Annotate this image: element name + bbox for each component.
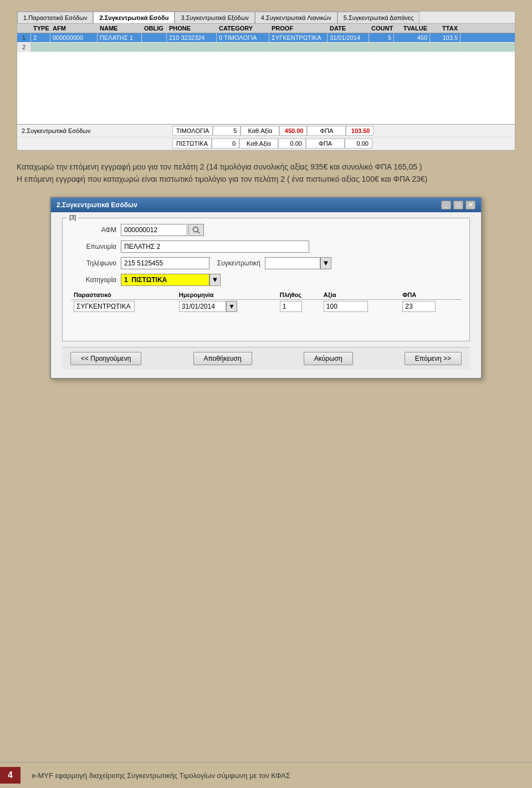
titlebar-buttons: _ □ ✕	[441, 201, 475, 209]
cell-afm: 000000000	[50, 33, 98, 42]
summary-tax-2: 0.00	[345, 139, 372, 149]
cell-tvalue: 450	[394, 33, 430, 42]
summary-row-1: 2.Συγκεντρωτικά Εσόδων ΤΙΜΟΛΟΓΙΑ 5 Καθ.Α…	[17, 125, 515, 137]
cell-proof: ΣΥΓΚΕΝΤΡΩΤΙΚΑ	[269, 33, 328, 42]
summary-label2-2: Καθ.Αξία	[239, 139, 278, 149]
form-section: [3] ΑΦΜ Επωνυμία	[62, 218, 470, 341]
summary-value-1: 450.00	[279, 126, 307, 136]
page-footer: 4 e-MYF εφαρμογή διαχείρισης Συγκεντρωτι…	[0, 762, 532, 788]
tab-5[interactable]: 5.Συγκεντρωτικά Δαπάνες	[337, 12, 420, 23]
date-dropdown[interactable]: ▼	[226, 301, 237, 312]
sygkentrwtiki-label: Συγκεντρωτική	[209, 259, 265, 267]
cell-phone: 210 3232324	[167, 33, 217, 42]
col-header-count: COUNT	[369, 24, 394, 33]
cell-name: ΠΕΛΑΤΗΣ 1	[98, 33, 142, 42]
col-header-type: TYPE	[31, 24, 50, 33]
col-header-oblig: OBLIG	[142, 24, 167, 33]
summary-label-1: 2.Συγκεντρωτικά Εσόδων	[17, 126, 172, 135]
value-input[interactable]	[324, 301, 368, 312]
categoria-label: Κατηγορία	[71, 276, 121, 284]
dialog-window: 2.Συγκεντρωτικά Εσόδων _ □ ✕ [3] ΑΦΜ	[50, 197, 482, 379]
th-parastatiko: Παραστατικό	[71, 290, 176, 300]
col-header-name: NAME	[98, 24, 142, 33]
cell-date: ▼	[176, 300, 277, 313]
table-row: ▼	[71, 299, 461, 313]
search-button[interactable]	[188, 224, 204, 236]
afm-label: ΑΦΜ	[71, 226, 121, 234]
afm-row: ΑΦΜ	[71, 224, 461, 236]
fpa-input[interactable]	[402, 301, 436, 312]
svg-point-0	[193, 227, 198, 232]
col-header-phone: PHONE	[167, 24, 217, 33]
tilefono-input[interactable]	[121, 257, 209, 269]
data-grid: TYPE AFM NAME OBLIG PHONE CATEGORY PROOF…	[17, 24, 515, 124]
date-input[interactable]	[179, 301, 226, 312]
tab-2[interactable]: 2.Συγκεντρωτικά Εσόδu	[93, 12, 175, 23]
summary-type-1: ΤΙΜΟΛΟΓΙΑ	[172, 126, 213, 136]
cell-fpa[interactable]	[400, 299, 461, 313]
eponymia-input[interactable]	[121, 241, 309, 253]
summary-count-1: 5	[213, 126, 241, 136]
row-num-2: 2	[17, 43, 31, 52]
tab-4[interactable]: 4.Συγκεντρωτικά Λιανικών	[255, 12, 337, 23]
spreadsheet-area: 1.Παραστατικά Εσόδων 2.Συγκεντρωτικά Εσό…	[17, 11, 515, 151]
cell-category: 0 ΤΙΜΟΛΟΓΙΑ	[217, 33, 269, 42]
minimize-button[interactable]: _	[441, 201, 451, 209]
cell-oblig	[142, 33, 167, 42]
col-header-tvalue: TVALUE	[394, 24, 430, 33]
cell-count[interactable]	[277, 299, 321, 313]
close-button[interactable]: ✕	[466, 201, 475, 209]
row-num: 1	[17, 33, 31, 42]
afm-input[interactable]	[121, 224, 187, 236]
next-button[interactable]: Επόμενη >>	[405, 352, 462, 365]
inner-table: Παραστατικό Ημερομηνία Πλήθος Αξία ΦΠΑ	[71, 290, 461, 313]
table-row[interactable]: 1 2 000000000 ΠΕΛΑΤΗΣ 1 210 3232324 0 ΤΙ…	[17, 33, 515, 43]
th-value: Αξία	[321, 290, 400, 300]
body-paragraph-1: Καταχωρώ την επόμενη εγγραφή μου για τον…	[17, 161, 515, 186]
th-fpa: ΦΠΑ	[400, 290, 461, 300]
summary-type-2: ΠΙΣΤΩΤΙΚΑ	[172, 139, 212, 149]
cell-date: 31/01/2014	[328, 33, 369, 42]
dialog-footer: << Προηγούμενη Αποθήκευση Ακύρωση Επόμεν…	[62, 347, 470, 370]
cell-ttax: 103.5	[430, 33, 461, 42]
eponymia-row: Επωνυμία	[71, 241, 461, 253]
dialog-title: 2.Συγκεντρωτικά Εσόδων	[57, 201, 137, 209]
categoria-row: Κατηγορία ▼	[71, 274, 461, 286]
save-button[interactable]: Αποθήκευση	[193, 352, 252, 365]
col-header-date: DATE	[328, 24, 369, 33]
search-icon	[192, 226, 201, 234]
table-row[interactable]: 2	[17, 43, 515, 52]
col-header-category: CATEGORY	[217, 24, 269, 33]
tab-1[interactable]: 1.Παραστατικά Εσόδων	[17, 12, 93, 23]
cell-value[interactable]	[321, 299, 400, 313]
cancel-button[interactable]: Ακύρωση	[304, 352, 353, 365]
summary-tax-1: 103.50	[346, 126, 374, 136]
cell-parastatiko[interactable]	[71, 299, 176, 313]
col-header-afm: AFM	[50, 24, 98, 33]
section-label: [3]	[67, 214, 78, 221]
sygkentrwtiki-input[interactable]	[265, 257, 320, 269]
th-count: Πλήθος	[277, 290, 321, 300]
empty-grid-area	[17, 52, 515, 124]
col-header-ttax: TTAX	[430, 24, 461, 33]
dialog-body: [3] ΑΦΜ Επωνυμία	[51, 212, 481, 378]
grid-header: TYPE AFM NAME OBLIG PHONE CATEGORY PROOF…	[17, 24, 515, 33]
summary-label2-1: Καθ.Αξία	[241, 126, 279, 136]
summary-label3-1: ΦΠΑ	[307, 126, 346, 136]
maximize-button[interactable]: □	[453, 201, 463, 209]
footer-text: e-MYF εφαρμογή διαχείρισης Συγκεντρωτική…	[32, 771, 290, 780]
summary-area: 2.Συγκεντρωτικά Εσόδων ΤΙΜΟΛΟΓΙΑ 5 Καθ.Α…	[17, 124, 515, 150]
cell-type: 2	[31, 33, 50, 42]
tab-bar: 1.Παραστατικά Εσόδων 2.Συγκεντρωτικά Εσό…	[17, 12, 515, 24]
page-number: 4	[0, 767, 21, 784]
parastatiko-input[interactable]	[74, 301, 135, 312]
summary-label3-2: ΦΠΑ	[306, 139, 345, 149]
categoria-input[interactable]	[121, 274, 209, 286]
count-input[interactable]	[280, 301, 302, 312]
svg-line-1	[198, 231, 200, 233]
sygkentrwtiki-dropdown[interactable]: ▼	[320, 257, 331, 269]
categoria-dropdown[interactable]: ▼	[209, 274, 221, 286]
previous-button[interactable]: << Προηγούμενη	[70, 352, 141, 365]
summary-count-2: 0	[212, 139, 239, 149]
tab-3[interactable]: 3.Συγκεντρωτικά Εξόδων	[175, 12, 254, 23]
